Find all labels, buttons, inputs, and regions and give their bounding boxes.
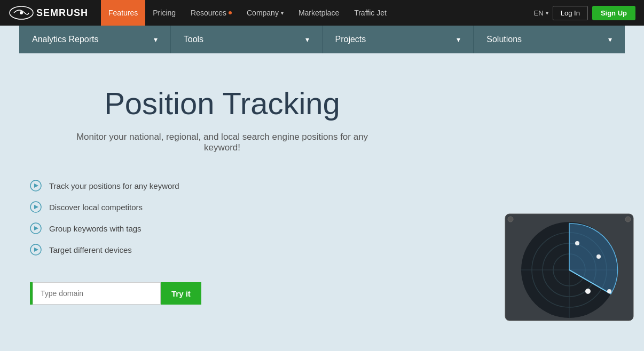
solutions-chevron: ▾ — [608, 35, 612, 44]
svg-marker-5 — [34, 205, 38, 209]
svg-point-1 — [20, 11, 23, 14]
svg-point-22 — [585, 289, 591, 294]
svg-point-23 — [607, 289, 611, 293]
top-navigation: SEMRUSH Features Pricing Resources Compa… — [0, 0, 644, 26]
domain-input[interactable] — [33, 282, 161, 305]
sec-nav-projects[interactable]: Projects ▾ — [323, 26, 474, 53]
feature-item-1: Track your positions for any keyword — [30, 180, 382, 192]
svg-point-12 — [625, 217, 631, 222]
sec-nav-solutions[interactable]: Solutions ▾ — [474, 26, 625, 53]
page-title: Position Tracking — [62, 85, 382, 121]
feature-icon-2 — [30, 201, 42, 213]
sec-nav-tools[interactable]: Tools ▾ — [171, 26, 323, 53]
svg-marker-7 — [34, 226, 38, 230]
feature-icon-3 — [30, 222, 42, 234]
feature-icon-1 — [30, 180, 42, 192]
svg-marker-3 — [34, 184, 38, 188]
radar-area — [494, 209, 644, 326]
logo[interactable]: SEMRUSH — [9, 5, 88, 20]
svg-point-11 — [508, 217, 513, 222]
nav-right: EN ▾ Log In Sign Up — [534, 6, 635, 20]
feature-item-2: Discover local competitors — [30, 201, 382, 213]
nav-features[interactable]: Features — [101, 0, 145, 26]
secondary-navigation: Analytics Reports ▾ Tools ▾ Projects ▾ S… — [19, 26, 625, 53]
language-selector[interactable]: EN ▾ — [534, 9, 548, 17]
nav-traffic-jet[interactable]: Traffic Jet — [347, 0, 394, 26]
nav-resources[interactable]: Resources — [183, 0, 239, 26]
company-arrow: ▾ — [281, 10, 284, 16]
logo-text: SEMRUSH — [36, 7, 88, 19]
main-content: Position Tracking Monitor your national,… — [0, 53, 644, 326]
login-button[interactable]: Log In — [553, 6, 588, 20]
analytics-chevron: ▾ — [154, 35, 158, 44]
tools-chevron: ▾ — [305, 35, 309, 44]
svg-marker-9 — [34, 248, 38, 252]
feature-item-4: Target different devices — [30, 244, 382, 256]
try-it-button[interactable]: Try it — [161, 282, 201, 305]
sec-nav-analytics[interactable]: Analytics Reports ▾ — [19, 26, 171, 53]
page-subtitle: Monitor your national, regional, and loc… — [62, 132, 382, 153]
nav-company[interactable]: Company▾ — [239, 0, 291, 26]
lang-arrow: ▾ — [546, 10, 548, 16]
svg-point-21 — [596, 254, 601, 259]
nav-pricing[interactable]: Pricing — [145, 0, 183, 26]
semrush-logo-icon — [9, 5, 34, 20]
content-left: Position Tracking Monitor your national,… — [19, 85, 382, 305]
feature-item-3: Group keywords with tags — [30, 222, 382, 234]
resources-dot — [229, 11, 232, 14]
signup-button[interactable]: Sign Up — [592, 6, 635, 20]
radar-graphic — [494, 209, 644, 326]
feature-list: Track your positions for any keyword Dis… — [30, 180, 382, 256]
domain-input-row: Try it — [30, 282, 382, 305]
nav-marketplace[interactable]: Marketplace — [291, 0, 347, 26]
nav-links: Features Pricing Resources Company▾ Mark… — [101, 0, 534, 26]
feature-icon-4 — [30, 244, 42, 256]
svg-point-20 — [575, 241, 579, 245]
projects-chevron: ▾ — [457, 35, 460, 44]
